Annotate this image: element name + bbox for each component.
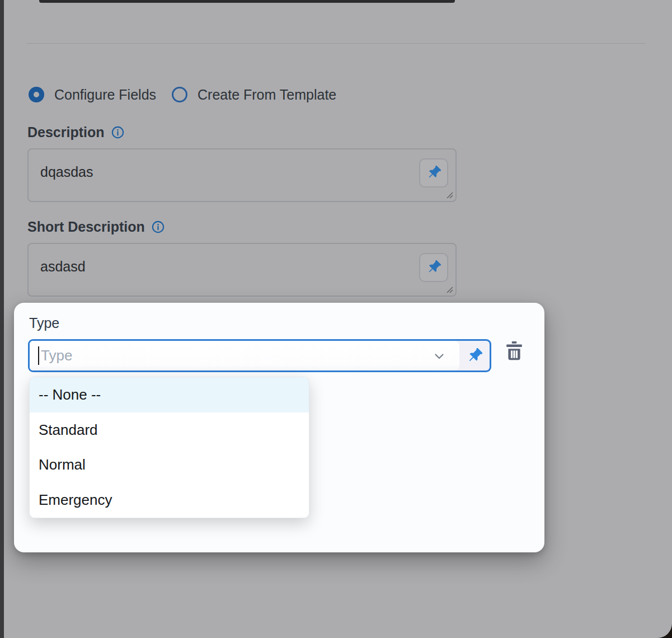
info-icon[interactable] bbox=[152, 221, 165, 233]
radio-selected-icon[interactable] bbox=[29, 87, 44, 102]
radio-configure-fields[interactable]: Configure Fields bbox=[29, 86, 156, 104]
radio-unselected-icon[interactable] bbox=[172, 87, 187, 102]
dropdown-option-normal[interactable]: Normal bbox=[30, 448, 309, 483]
type-dropdown-list: -- None -- Standard Normal Emergency bbox=[29, 377, 309, 518]
short-description-text: asdasd bbox=[40, 259, 86, 275]
form-panel: Configure Fields Create From Template De… bbox=[4, 0, 672, 638]
radio-label: Create From Template bbox=[198, 86, 336, 104]
description-textarea[interactable]: dqasdas bbox=[27, 148, 457, 202]
pushpin-icon bbox=[426, 260, 441, 275]
type-placeholder: Type bbox=[41, 347, 72, 364]
dropdown-option-standard[interactable]: Standard bbox=[30, 412, 309, 448]
chevron-down-icon[interactable] bbox=[433, 349, 446, 363]
page-backdrop: Configure Fields Create From Template De… bbox=[0, 0, 672, 638]
text-cursor bbox=[38, 346, 39, 365]
description-label: Description bbox=[27, 124, 105, 140]
resize-handle-icon[interactable] bbox=[445, 190, 454, 199]
delete-field-button[interactable] bbox=[500, 336, 529, 365]
info-icon[interactable] bbox=[111, 126, 124, 139]
description-pin-button[interactable] bbox=[419, 158, 448, 187]
type-field-card: Type Type bbox=[14, 303, 544, 552]
dropdown-option-none[interactable]: -- None -- bbox=[30, 377, 309, 412]
resize-handle-icon[interactable] bbox=[445, 285, 454, 294]
description-text: dqasdas bbox=[40, 164, 93, 180]
cropped-field-edge bbox=[39, 0, 455, 3]
section-divider bbox=[27, 43, 646, 44]
mode-radio-group: Configure Fields Create From Template bbox=[29, 86, 336, 104]
pushpin-icon bbox=[467, 348, 482, 364]
trash-icon bbox=[506, 341, 523, 360]
radio-create-from-template[interactable]: Create From Template bbox=[172, 86, 336, 104]
pushpin-icon bbox=[426, 166, 441, 180]
type-combobox[interactable]: Type bbox=[28, 339, 491, 372]
dropdown-option-emergency[interactable]: Emergency bbox=[30, 482, 309, 518]
type-pin-button[interactable] bbox=[459, 341, 490, 370]
type-combobox-input[interactable]: Type bbox=[30, 341, 459, 370]
radio-label: Configure Fields bbox=[54, 86, 156, 104]
short-description-label: Short Description bbox=[27, 219, 145, 235]
app-edge-strip bbox=[0, 0, 4, 638]
short-description-textarea[interactable]: asdasd bbox=[27, 243, 457, 297]
short-description-pin-button[interactable] bbox=[419, 253, 448, 282]
type-label: Type bbox=[29, 315, 59, 331]
